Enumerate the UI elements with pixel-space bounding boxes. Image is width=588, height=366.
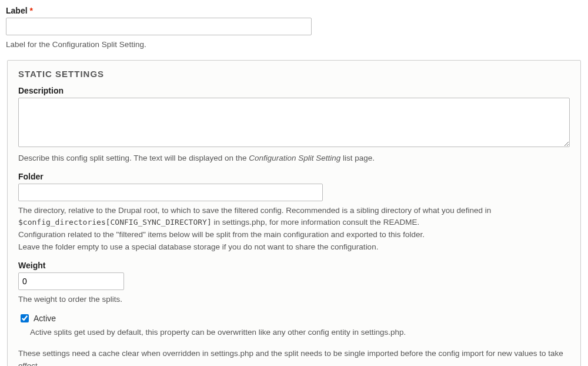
active-label: Active <box>34 314 56 323</box>
folder-help-line1-pre: The directory, relative to the Drupal ro… <box>18 206 491 215</box>
active-checkbox-row: Active <box>18 312 570 324</box>
description-textarea[interactable] <box>18 98 570 147</box>
static-settings-note: These settings need a cache clear when o… <box>18 347 570 366</box>
weight-help: The weight to order the splits. <box>18 294 570 305</box>
active-checkbox[interactable] <box>21 314 29 322</box>
weight-label: Weight <box>18 261 570 270</box>
active-field-group: Active Active splits get used by default… <box>18 312 570 338</box>
weight-input[interactable] <box>18 272 124 290</box>
folder-help-line1-post: in settings.php, for more information co… <box>212 218 419 227</box>
folder-help-line2: Configuration related to the "filtered" … <box>18 230 425 239</box>
description-help: Describe this config split setting. The … <box>18 152 570 164</box>
description-label: Description <box>18 86 570 95</box>
description-field-group: Description Describe this config split s… <box>18 86 570 164</box>
folder-input[interactable] <box>18 184 323 201</box>
description-help-italic: Configuration Split Setting <box>249 154 340 162</box>
static-settings-legend: STATIC SETTINGS <box>18 69 570 79</box>
static-settings-fieldset: STATIC SETTINGS Description Describe thi… <box>7 60 581 366</box>
description-help-pre: Describe this config split setting. The … <box>18 154 249 162</box>
folder-help-code: $config_directories[CONFIG_SYNC_DIRECTOR… <box>18 218 212 227</box>
label-input[interactable] <box>6 18 312 35</box>
active-help: Active splits get used by default, this … <box>30 327 570 338</box>
folder-help: The directory, relative to the Drupal ro… <box>18 205 570 254</box>
folder-help-line3: Leave the folder empty to use a special … <box>18 242 378 251</box>
description-help-post: list page. <box>340 154 375 162</box>
label-help: Label for the Configuration Split Settin… <box>6 39 582 51</box>
weight-field-group: Weight The weight to order the splits. <box>18 261 570 305</box>
label-text: Label <box>6 6 28 15</box>
folder-field-group: Folder The directory, relative to the Dr… <box>18 172 570 254</box>
label-label: Label * <box>6 6 582 15</box>
folder-label: Folder <box>18 172 570 181</box>
label-field-group: Label * Label for the Configuration Spli… <box>6 6 582 51</box>
required-marker: * <box>29 6 32 15</box>
